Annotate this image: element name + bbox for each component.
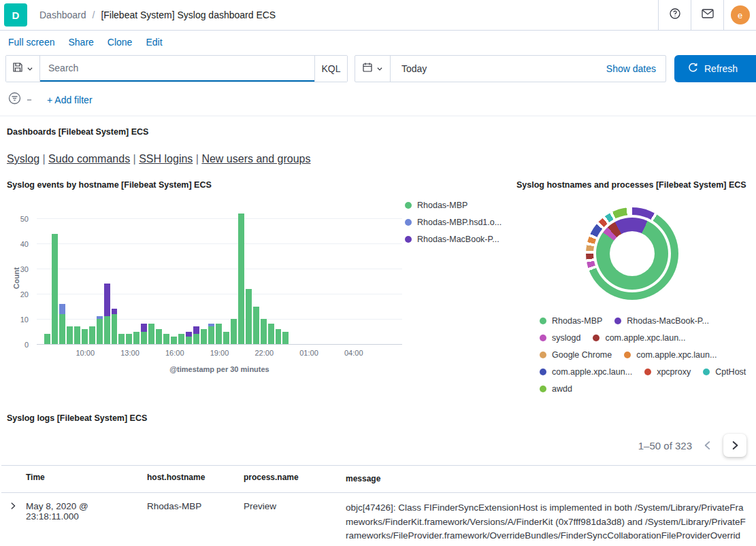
bar-19:30[interactable] — [223, 206, 229, 344]
y-tick-label: 40 — [20, 240, 29, 248]
bar-19:00[interactable] — [216, 206, 222, 344]
bar-20:00[interactable] — [231, 206, 237, 344]
legend-item-com-apple-xpc-laun[interactable]: com.apple.xpc.laun... — [624, 350, 717, 360]
bar-12:00[interactable] — [112, 206, 118, 344]
column-header-host-hostname[interactable]: host.hostname — [147, 473, 244, 485]
menu-link-clone[interactable]: Clone — [108, 37, 133, 48]
bar-segment — [82, 329, 88, 344]
bar-segment — [186, 337, 192, 344]
bar-07:00[interactable] — [37, 206, 43, 344]
bar-11:00[interactable] — [97, 206, 103, 344]
nav-link-syslog[interactable]: Syslog — [7, 153, 39, 165]
bar-22:30[interactable] — [268, 206, 274, 344]
nav-link-new-users-and-groups[interactable]: New users and groups — [201, 153, 310, 165]
bar-segment — [261, 319, 267, 344]
legend-item-xpcproxy[interactable]: xpcproxy — [644, 367, 691, 377]
newsfeed-button[interactable] — [691, 0, 723, 30]
column-header-message[interactable]: message — [346, 473, 756, 485]
expand-row-button[interactable] — [1, 501, 26, 513]
legend-item-cpthost[interactable]: CptHost — [703, 367, 746, 377]
legend-item-google-chrome[interactable]: Google Chrome — [540, 350, 612, 360]
user-menu-button[interactable]: e — [723, 0, 756, 30]
chevron-down-icon[interactable] — [26, 94, 33, 106]
bar-08:30[interactable] — [59, 206, 65, 344]
show-dates-link[interactable]: Show dates — [606, 63, 665, 74]
bar-10:00[interactable] — [82, 206, 88, 344]
bar-15:00[interactable] — [156, 206, 162, 344]
previous-page-button[interactable] — [702, 439, 714, 451]
bar-17:00[interactable] — [186, 206, 192, 344]
legend-item-rhodas-mbp[interactable]: Rhodas-MBP — [540, 316, 602, 326]
bar-16:00[interactable] — [171, 206, 177, 344]
legend-label: Rhodas-MacBook-P... — [417, 235, 499, 244]
menu-link-share[interactable]: Share — [68, 37, 93, 48]
bar-segment — [231, 319, 237, 344]
bar-22:00[interactable] — [261, 206, 267, 344]
breadcrumb-dashboard[interactable]: Dashboard — [39, 10, 86, 20]
save-icon — [12, 62, 23, 75]
menu-link-edit[interactable]: Edit — [146, 37, 162, 48]
bar-slot — [290, 206, 296, 344]
bar-09:00[interactable] — [67, 206, 73, 344]
bar-10:30[interactable] — [89, 206, 95, 344]
bar-13:30[interactable] — [133, 206, 139, 344]
dashboard-nav-links: Syslog | Sudo commands | SSH logins | Ne… — [7, 153, 751, 165]
legend-item-rhodas-mbp[interactable]: Rhodas-MBP — [405, 201, 508, 210]
nav-link-ssh-logins[interactable]: SSH logins — [139, 153, 193, 165]
filter-icon[interactable] — [8, 92, 21, 107]
column-header-time[interactable]: Time — [26, 473, 147, 485]
legend-item-rhodas-mbp-hsd1-o[interactable]: Rhodas-MBP.hsd1.o... — [405, 218, 508, 227]
help-icon — [669, 7, 681, 22]
search-input[interactable] — [40, 56, 314, 82]
pie-legend-row: syslogdcom.apple.xpc.laun... — [540, 333, 748, 343]
bar-21:00[interactable] — [246, 206, 252, 344]
bar-11:30[interactable] — [104, 206, 110, 344]
bar-08:00[interactable] — [52, 206, 58, 344]
bar-12:30[interactable] — [118, 206, 125, 344]
bar-segment — [238, 214, 244, 344]
nav-separator: | — [39, 153, 48, 165]
process-cell: Preview — [244, 501, 346, 511]
add-filter-link[interactable]: + Add filter — [47, 95, 93, 105]
bar-14:00[interactable] — [141, 206, 147, 344]
date-quick-select-button[interactable] — [355, 56, 391, 82]
legend-item-rhodas-macbook-p[interactable]: Rhodas-MacBook-P... — [614, 316, 709, 326]
nav-link-sudo-commands[interactable]: Sudo commands — [48, 153, 130, 165]
bar-21:30[interactable] — [253, 206, 259, 344]
page-title: [Filebeat System] Syslog dashboard ECS — [101, 10, 276, 20]
bar-18:00[interactable] — [201, 206, 207, 344]
help-button[interactable] — [658, 0, 691, 30]
bar-23:00[interactable] — [276, 206, 282, 344]
legend-item-awdd[interactable]: awdd — [540, 384, 572, 394]
bar-18:30[interactable] — [208, 206, 214, 344]
bar-slot — [395, 206, 401, 344]
legend-item-rhodas-macbook-p[interactable]: Rhodas-MacBook-P... — [405, 235, 508, 244]
legend-item-com-apple-xpc-laun[interactable]: com.apple.xpc.laun... — [593, 333, 685, 343]
bar-23:30[interactable] — [282, 206, 289, 344]
legend-item-syslogd[interactable]: syslogd — [540, 333, 580, 343]
space-avatar[interactable]: D — [4, 3, 27, 27]
bar-segment — [193, 334, 199, 344]
bar-07:30[interactable] — [44, 206, 50, 344]
bar-14:30[interactable] — [148, 206, 154, 344]
query-bar: KQL Today Show dates Refresh — [5, 55, 756, 82]
legend-item-com-apple-xpc-laun[interactable]: com.apple.xpc.laun... — [540, 367, 632, 377]
next-page-button[interactable] — [723, 434, 746, 457]
bar-09:30[interactable] — [74, 206, 80, 344]
menu-link-full-screen[interactable]: Full screen — [8, 37, 54, 48]
kql-button[interactable]: KQL — [314, 56, 347, 82]
date-value[interactable]: Today — [391, 63, 427, 74]
legend-dot — [540, 369, 546, 375]
pie-legend-row: com.apple.xpc.laun...xpcproxyCptHost — [540, 367, 748, 377]
bar-17:30[interactable] — [193, 206, 199, 344]
bar-16:30[interactable] — [178, 206, 184, 344]
search-group: KQL — [5, 55, 348, 82]
saved-query-button[interactable] — [6, 56, 40, 82]
bar-15:30[interactable] — [163, 206, 169, 344]
column-header-process-name[interactable]: process.name — [244, 473, 346, 485]
bar-20:30[interactable] — [238, 206, 244, 344]
bar-segment — [156, 329, 162, 344]
refresh-button[interactable]: Refresh — [674, 55, 756, 82]
table-row: May 8, 2020 @ 23:18:11.000Rhodas-MBPPrev… — [1, 493, 756, 546]
bar-13:00[interactable] — [126, 206, 132, 344]
